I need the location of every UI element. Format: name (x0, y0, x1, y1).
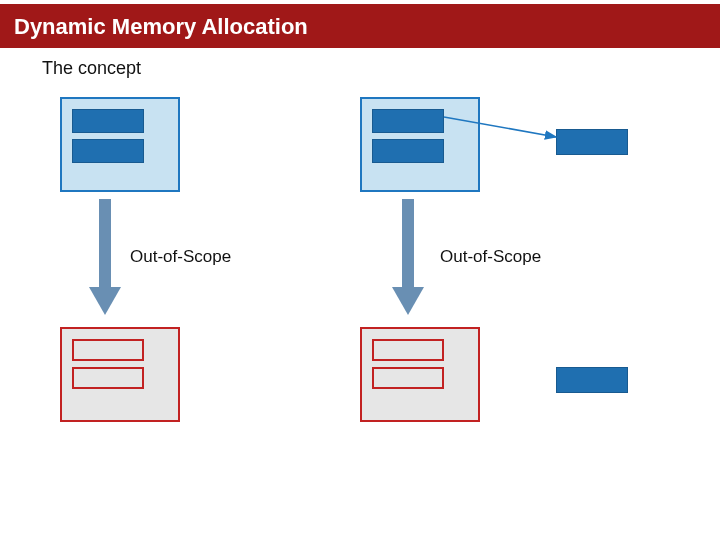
slide-subtitle: The concept (0, 48, 720, 79)
out-of-scope-label-left: Out-of-Scope (130, 247, 231, 267)
down-arrow-icon (85, 199, 125, 319)
diagram-canvas: Out-of-Scope Out-of-Scope (0, 79, 720, 540)
svg-marker-2 (89, 287, 121, 315)
out-of-scope-label-right: Out-of-Scope (440, 247, 541, 267)
svg-marker-4 (392, 287, 424, 315)
svg-rect-3 (402, 199, 414, 289)
svg-line-0 (444, 117, 556, 137)
down-arrow-icon (388, 199, 428, 319)
stack-var-empty (72, 367, 144, 389)
svg-rect-1 (99, 199, 111, 289)
slide-title: Dynamic Memory Allocation (0, 0, 720, 48)
stack-var-empty (372, 339, 444, 361)
stack-var-empty (72, 339, 144, 361)
heap-block-bottom (556, 367, 628, 393)
stack-var-empty (372, 367, 444, 389)
